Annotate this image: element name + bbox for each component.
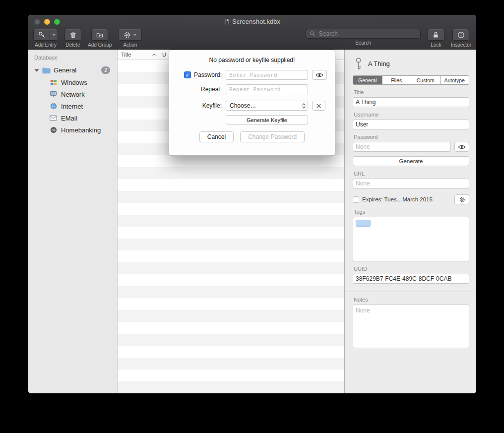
add-entry-button[interactable] bbox=[33, 29, 58, 41]
keyfile-row: Keyfile: Choose… bbox=[169, 101, 335, 111]
close-button[interactable] bbox=[34, 19, 40, 25]
sidebar-item-label: EMail bbox=[61, 115, 77, 122]
sidebar-item-email[interactable]: EMail bbox=[28, 112, 117, 124]
zoom-button[interactable] bbox=[54, 19, 60, 25]
toolbar-lock: Lock bbox=[428, 29, 444, 48]
search-icon bbox=[310, 31, 315, 37]
reveal-password-button[interactable] bbox=[454, 142, 469, 152]
generate-keyfile-button[interactable]: Generate Keyfile bbox=[226, 115, 308, 124]
notes-label: Notes bbox=[354, 297, 469, 303]
uuid-field[interactable] bbox=[353, 274, 469, 284]
notes-field[interactable] bbox=[353, 305, 469, 348]
column-username-label: U bbox=[162, 52, 166, 58]
inspector-tabs: General Files Custom Autotype bbox=[353, 75, 469, 85]
password-input[interactable] bbox=[226, 70, 308, 80]
tab-general[interactable]: General bbox=[353, 76, 382, 84]
title-field-label: Title bbox=[354, 89, 469, 95]
password-label: Password: bbox=[194, 71, 222, 78]
keyfile-popup-value: Choose… bbox=[230, 102, 256, 109]
titlebar: Screenshot.kdbx bbox=[28, 15, 476, 28]
search-label: Search bbox=[355, 40, 371, 46]
mail-icon bbox=[49, 115, 58, 121]
reveal-password-button[interactable] bbox=[312, 70, 327, 80]
expires-checkbox[interactable] bbox=[353, 196, 359, 203]
sidebar-item-network[interactable]: Network bbox=[28, 88, 117, 100]
toolbar: Add Entry Delete Add Group bbox=[28, 28, 476, 48]
column-header-title[interactable]: Title bbox=[118, 50, 159, 60]
inspector-button[interactable] bbox=[452, 29, 469, 41]
url-field-label: URL bbox=[354, 171, 469, 177]
popup-chevrons-icon bbox=[302, 103, 306, 109]
desktop-background: Screenshot.kdbx Add Entry bbox=[0, 0, 504, 433]
tag-token[interactable] bbox=[356, 220, 371, 227]
sidebar-item-windows[interactable]: Windows bbox=[28, 76, 117, 88]
sidebar: Database General 2 Windows Network bbox=[28, 50, 118, 393]
uuid-label: UUID bbox=[354, 266, 469, 272]
search-input[interactable] bbox=[318, 30, 417, 38]
eye-icon bbox=[458, 144, 466, 150]
inspector-panel: A Thing General Files Custom Autotype Ti… bbox=[345, 50, 476, 393]
lock-icon bbox=[433, 31, 439, 39]
delete-label: Delete bbox=[66, 42, 80, 48]
window-title: Screenshot.kdbx bbox=[28, 15, 476, 28]
sidebar-group-general[interactable]: General 2 bbox=[28, 64, 117, 76]
username-field[interactable] bbox=[353, 120, 469, 129]
delete-button[interactable] bbox=[64, 29, 81, 41]
column-title-label: Title bbox=[121, 52, 131, 58]
folder-plus-icon bbox=[96, 31, 104, 39]
chevron-down-icon[interactable] bbox=[50, 29, 58, 40]
search-field[interactable] bbox=[306, 29, 421, 39]
add-group-label: Add Group bbox=[88, 42, 112, 48]
generate-password-button[interactable]: Generate bbox=[353, 156, 469, 166]
gear-icon bbox=[459, 196, 465, 203]
sidebar-section-header: Database bbox=[28, 55, 117, 64]
folder-icon bbox=[42, 67, 51, 74]
add-group-button[interactable] bbox=[91, 29, 108, 41]
lock-button[interactable] bbox=[428, 29, 444, 41]
sidebar-item-homebanking[interactable]: % Homebanking bbox=[28, 124, 117, 136]
tab-autotype[interactable]: Autotype bbox=[441, 76, 469, 84]
eye-icon bbox=[315, 72, 323, 78]
globe-icon bbox=[49, 103, 58, 110]
action-button[interactable] bbox=[118, 29, 142, 41]
cancel-button[interactable]: Cancel bbox=[199, 131, 234, 142]
tab-files[interactable]: Files bbox=[382, 76, 412, 84]
toolbar-add-group: Add Group bbox=[88, 29, 112, 48]
change-password-button[interactable]: Change Password bbox=[240, 131, 305, 142]
username-field-label: Username bbox=[354, 112, 469, 118]
password-checkbox[interactable]: ✓ bbox=[184, 71, 191, 78]
windows-icon bbox=[49, 79, 58, 86]
tags-field[interactable] bbox=[353, 217, 469, 261]
entry-title: A Thing bbox=[368, 60, 390, 67]
svg-text:%: % bbox=[52, 128, 55, 132]
window-chrome: Screenshot.kdbx Add Entry bbox=[28, 15, 476, 50]
toolbar-add-entry: Add Entry bbox=[33, 29, 58, 48]
disclosure-triangle-icon[interactable] bbox=[34, 69, 39, 72]
toolbar-delete: Delete bbox=[64, 29, 81, 48]
repeat-password-input[interactable] bbox=[226, 84, 308, 94]
password-row: ✓ Password: bbox=[169, 70, 335, 80]
expires-settings-button[interactable] bbox=[454, 194, 469, 204]
document-icon bbox=[224, 18, 230, 25]
url-field[interactable] bbox=[353, 179, 469, 188]
inspector-header: A Thing bbox=[353, 56, 469, 71]
key-plus-icon bbox=[34, 29, 50, 40]
title-field[interactable] bbox=[353, 97, 469, 107]
keyfile-popup[interactable]: Choose… bbox=[226, 101, 308, 111]
section-divider bbox=[345, 292, 476, 292]
entry-count-badge: 2 bbox=[101, 66, 110, 74]
sidebar-item-internet[interactable]: Internet bbox=[28, 100, 117, 112]
clear-keyfile-button[interactable] bbox=[312, 101, 325, 111]
key-icon bbox=[355, 57, 362, 70]
info-icon bbox=[457, 31, 465, 39]
toolbar-inspector: Inspector bbox=[451, 29, 471, 48]
dialog-message: No password or keyfile supplied! bbox=[169, 57, 335, 63]
add-entry-label: Add Entry bbox=[35, 42, 57, 48]
lock-label: Lock bbox=[431, 42, 441, 48]
sidebar-item-label: Network bbox=[61, 91, 85, 98]
minimize-button[interactable] bbox=[44, 19, 50, 25]
tab-custom[interactable]: Custom bbox=[411, 76, 441, 84]
expires-row: Expires: Tues…March 2015 bbox=[353, 194, 469, 204]
password-field[interactable] bbox=[353, 142, 451, 152]
toolbar-action: Action bbox=[118, 29, 142, 48]
